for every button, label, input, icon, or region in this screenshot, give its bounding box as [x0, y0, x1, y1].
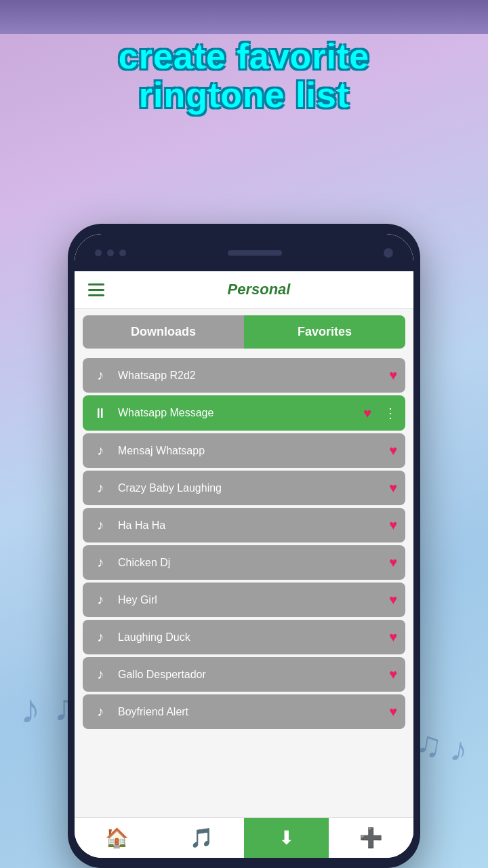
favorite-icon[interactable]: ♥ [389, 443, 397, 458]
song-name: Ha Ha Ha [118, 519, 381, 532]
app-header: Personal [75, 271, 413, 309]
song-name: Whatsapp R2d2 [118, 370, 381, 382]
music-note-icon: ♪ [91, 368, 110, 383]
bottom-navigation: 🏠 🎵 ⬇ ➕ [75, 817, 413, 858]
song-item-whatsapp-r2d2[interactable]: ♪ Whatsapp R2d2 ♥ [83, 358, 405, 393]
music-note-icon: ♪ [91, 592, 110, 608]
download-icon: ⬇ [279, 827, 294, 849]
phone-screen: Personal Downloads Favorites ♪ Whatsapp … [75, 234, 413, 858]
nav-music[interactable]: 🎵 [159, 818, 244, 858]
nav-home[interactable]: 🏠 [75, 818, 159, 858]
song-name: Laughing Duck [118, 631, 381, 644]
favorite-icon[interactable]: ♥ [389, 517, 397, 533]
music-note-icon: ♪ [91, 704, 110, 719]
hamburger-line-1 [88, 283, 104, 285]
nav-add[interactable]: ➕ [329, 818, 413, 858]
tab-favorites[interactable]: Favorites [244, 315, 405, 349]
music-note-icon: ♪ [91, 555, 110, 570]
song-item-gallo-despertador[interactable]: ♪ Gallo Despertador ♥ [83, 657, 405, 692]
favorite-icon[interactable]: ♥ [389, 592, 397, 608]
song-item-laughing-duck[interactable]: ♪ Laughing Duck ♥ [83, 620, 405, 654]
song-item-mensaj-whatsapp[interactable]: ♪ Mensaj Whatsapp ♥ [83, 433, 405, 468]
app-title: Personal [118, 281, 400, 298]
hamburger-line-2 [88, 289, 104, 291]
favorite-icon[interactable]: ♥ [389, 555, 397, 570]
header-line1: create favorite [0, 37, 488, 76]
song-item-hey-girl[interactable]: ♪ Hey Girl ♥ [83, 583, 405, 617]
song-name: Chicken Dj [118, 557, 381, 569]
tab-bar: Downloads Favorites [83, 315, 405, 349]
top-status-bar [0, 0, 488, 34]
song-name: Mensaj Whatsapp [118, 445, 381, 457]
song-item-boyfriend-alert[interactable]: ♪ Boyfriend Alert ♥ [83, 694, 405, 729]
favorite-icon[interactable]: ♥ [363, 406, 371, 421]
more-options-icon[interactable]: ⋮ [384, 405, 397, 421]
home-icon: 🏠 [105, 827, 129, 849]
song-name: Gallo Despertador [118, 669, 381, 681]
sensor-dot-2 [107, 250, 114, 256]
nav-download[interactable]: ⬇ [244, 818, 329, 858]
phone-speaker [228, 250, 282, 256]
music-note-icon: ♪ [91, 629, 110, 645]
sensor-dot-1 [95, 250, 102, 256]
song-item-whatsapp-message[interactable]: ⏸ Whatsapp Message ♥ ⋮ [83, 395, 405, 431]
favorite-icon[interactable]: ♥ [389, 667, 397, 682]
phone-bezel-top [75, 234, 413, 271]
music-note-icon: ♪ [91, 480, 110, 496]
music-icon: 🎵 [190, 827, 214, 849]
phone-mockup: Personal Downloads Favorites ♪ Whatsapp … [68, 224, 420, 868]
favorite-icon[interactable]: ♥ [389, 629, 397, 645]
add-icon: ➕ [359, 827, 383, 849]
phone-camera [384, 248, 393, 258]
hamburger-menu-button[interactable] [88, 283, 104, 296]
music-note-icon: ♪ [91, 667, 110, 682]
song-name: Hey Girl [118, 594, 381, 606]
header-text: create favorite ringtone list [0, 37, 488, 115]
song-name: Whatsapp Message [118, 407, 355, 419]
song-name: Boyfriend Alert [118, 706, 381, 718]
music-note-icon: ♪ [91, 443, 110, 458]
song-name: Crazy Baby Laughing [118, 482, 381, 494]
song-item-crazy-baby[interactable]: ♪ Crazy Baby Laughing ♥ [83, 471, 405, 505]
favorite-icon[interactable]: ♥ [389, 704, 397, 719]
header-line2: ringtone list [0, 76, 488, 115]
app-content: Personal Downloads Favorites ♪ Whatsapp … [75, 271, 413, 858]
song-item-ha-ha-ha[interactable]: ♪ Ha Ha Ha ♥ [83, 508, 405, 542]
phone-sensors [95, 250, 126, 256]
song-item-chicken-dj[interactable]: ♪ Chicken Dj ♥ [83, 545, 405, 580]
favorite-icon[interactable]: ♥ [389, 368, 397, 383]
pause-icon: ⏸ [91, 406, 110, 421]
hamburger-line-3 [88, 294, 104, 296]
song-list: ♪ Whatsapp R2d2 ♥ ⏸ Whatsapp Message ♥ ⋮… [75, 355, 413, 817]
sensor-dot-3 [119, 250, 126, 256]
favorite-icon[interactable]: ♥ [389, 480, 397, 496]
tab-downloads[interactable]: Downloads [83, 315, 244, 349]
music-note-icon: ♪ [91, 517, 110, 533]
